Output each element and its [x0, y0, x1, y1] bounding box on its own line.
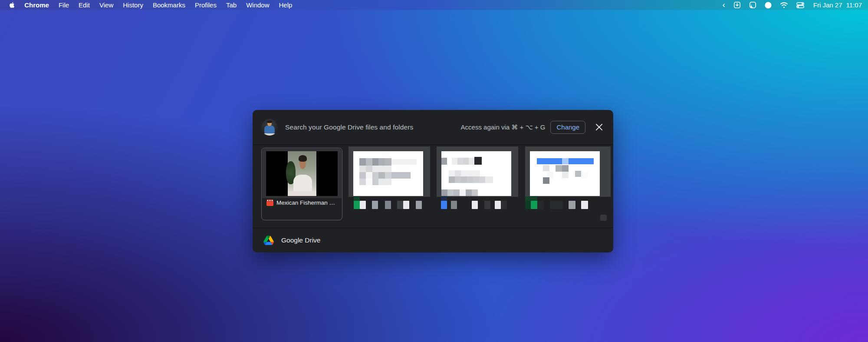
blur-artifact — [441, 196, 447, 201]
download-icon[interactable] — [733, 0, 741, 10]
blurred-name-chip — [501, 201, 507, 209]
result-card-document[interactable] — [349, 146, 430, 197]
blurred-name-chip — [403, 201, 409, 209]
video-thumbnail — [266, 151, 338, 196]
blurred-name-chip — [451, 201, 457, 209]
capture-app-icon[interactable] — [749, 0, 756, 10]
blurred-name-chip — [550, 201, 563, 209]
document-thumbnail — [530, 151, 600, 196]
menu-history[interactable]: History — [118, 0, 148, 10]
result-card-document[interactable] — [525, 146, 611, 197]
menu-profiles[interactable]: Profiles — [190, 0, 221, 10]
blurred-name-chip — [385, 201, 391, 209]
menu-bar-left: Chrome File Edit View History Bookmarks … — [5, 0, 297, 10]
blurred-name-chip — [360, 201, 366, 209]
result-card-title-text: Mexican Fisherman Short... — [276, 199, 339, 206]
drive-search-dialog: Search your Google Drive files and folde… — [253, 110, 613, 252]
blur-artifact — [525, 196, 537, 201]
file-type-chip — [441, 201, 447, 209]
chevron-left-icon[interactable]: ‹ — [723, 0, 725, 10]
menu-chrome[interactable]: Chrome — [20, 0, 54, 10]
dialog-header: Search your Google Drive files and folde… — [253, 110, 613, 145]
record-circle-icon[interactable] — [765, 0, 772, 10]
shortcut-hint: Access again via ⌘ + ⌥ + G — [461, 123, 546, 131]
search-input[interactable]: Search your Google Drive files and folde… — [285, 123, 461, 131]
menu-view[interactable]: View — [95, 0, 118, 10]
menu-window[interactable]: Window — [241, 0, 274, 10]
menu-file[interactable]: File — [54, 0, 74, 10]
menu-tab[interactable]: Tab — [221, 0, 241, 10]
result-card-title: Mexican Fisherman Short... — [266, 199, 339, 206]
google-drive-icon — [263, 236, 274, 245]
menu-bar-clock[interactable]: Fri Jan 27 11:07 — [813, 1, 862, 9]
video-file-icon — [266, 199, 273, 206]
scroll-handle[interactable] — [600, 215, 607, 221]
blurred-name-chip — [472, 201, 478, 209]
result-card-document[interactable] — [437, 146, 518, 197]
result-card-video[interactable]: Mexican Fisherman Short... — [261, 148, 342, 220]
menu-edit[interactable]: Edit — [74, 0, 95, 10]
control-center-icon[interactable] — [796, 0, 804, 10]
drive-source-label: Google Drive — [281, 236, 320, 244]
blurred-name-chip — [484, 201, 490, 209]
blurred-name-chip — [537, 201, 544, 209]
blurred-name-chip — [569, 201, 575, 209]
file-type-chip — [354, 201, 360, 209]
menu-bar: Chrome File Edit View History Bookmarks … — [0, 0, 868, 10]
blurred-name-chip — [581, 201, 588, 209]
menu-bookmarks[interactable]: Bookmarks — [148, 0, 190, 10]
blurred-name-chip — [495, 201, 501, 209]
time-label: 11:07 — [846, 1, 862, 9]
blurred-name-chip — [372, 201, 378, 209]
menu-bar-status: ‹ Fri Jan 27 11:07 — [723, 0, 862, 10]
document-thumbnail — [353, 151, 423, 196]
wifi-icon[interactable] — [780, 0, 788, 10]
change-shortcut-button[interactable]: Change — [550, 121, 585, 134]
blur-artifact — [354, 196, 360, 201]
video-preview — [262, 149, 342, 198]
drive-source-row[interactable]: Google Drive — [253, 228, 613, 252]
blurred-name-chip — [397, 201, 403, 209]
date-label: Fri Jan 27 — [813, 1, 842, 9]
file-type-chip — [531, 201, 537, 209]
menu-help[interactable]: Help — [274, 0, 297, 10]
close-icon[interactable] — [594, 123, 604, 132]
document-thumbnail — [441, 151, 511, 196]
file-type-chip — [525, 201, 531, 209]
blurred-name-chip — [416, 201, 422, 209]
user-avatar — [261, 119, 278, 136]
apple-menu-icon[interactable] — [5, 0, 20, 10]
